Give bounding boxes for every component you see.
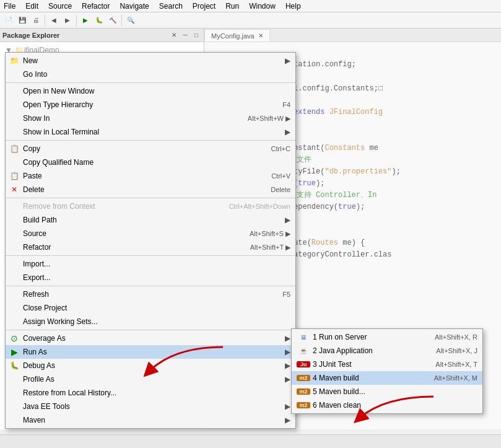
submenu-maven-build2[interactable]: m2 5 Maven build... (292, 385, 482, 398)
menu-run[interactable]: Run (224, 2, 240, 11)
ctx-show-terminal[interactable]: Show in Local Terminal ▶ (6, 125, 295, 139)
ctx-maven-arrow: ▶ (285, 416, 290, 424)
ctx-javaee-tools[interactable]: Java EE Tools ▶ (6, 400, 295, 413)
runas-submenu: 🖥 1 Run on Server Alt+Shift+X, R ☕ 2 Jav… (291, 328, 483, 414)
submenu-junit-shortcut: Alt+Shift+X, T (435, 361, 477, 368)
maven-clean-icon: m2 (297, 402, 310, 408)
ctx-paste-icon: 📋 (8, 172, 20, 180)
submenu-run-server-shortcut: Alt+Shift+X, R (435, 333, 477, 341)
panel-title: Package Explorer (2, 32, 168, 39)
ctx-hierarchy-shortcut: F4 (282, 101, 290, 108)
submenu-java-app-shortcut: Alt+Shift+X, J (436, 347, 477, 354)
coverage-icon: ⊙ (8, 333, 20, 343)
toolbar-forward[interactable]: ▶ (61, 14, 74, 27)
ctx-buildpath-arrow: ▶ (285, 216, 290, 224)
ctx-javaee-arrow: ▶ (285, 402, 290, 411)
ctx-sep-6 (6, 330, 295, 330)
toolbar-new[interactable]: 📄 (2, 14, 15, 27)
toolbar-save[interactable]: 💾 (16, 14, 28, 27)
panel-close-btn[interactable]: ✕ (169, 30, 179, 40)
toolbar-back[interactable]: ◀ (48, 14, 60, 27)
ctx-paste[interactable]: 📋 Paste Ctrl+V (6, 169, 295, 183)
ctx-new[interactable]: 📁 New ▶ (6, 54, 295, 68)
ctx-sep-4 (6, 255, 295, 256)
ctx-open-window[interactable]: Open in New Window (6, 84, 295, 98)
ctx-close-project[interactable]: Close Project (6, 301, 295, 315)
ctx-build-path[interactable]: Build Path ▶ (6, 213, 295, 227)
editor-tab-bar: MyConfig.java ✕ (204, 29, 501, 42)
ctx-maven[interactable]: Maven ▶ (6, 413, 295, 427)
ctx-open-hierarchy[interactable]: Open Type Hierarchy F4 (6, 98, 295, 112)
ctx-delete-shortcut: Delete (271, 186, 290, 193)
ctx-import[interactable]: Import... (6, 257, 295, 271)
ctx-delete-icon: ✕ (8, 185, 20, 194)
ctx-new-icon: 📁 (8, 56, 20, 65)
panel-header: Package Explorer ✕ ─ □ (0, 29, 204, 42)
toolbar: 📄 💾 🖨 ◀ ▶ ▶ 🐛 🔨 🔍 (0, 12, 501, 29)
ctx-showin-shortcut: Alt+Shift+W ▶ (248, 115, 290, 123)
submenu-maven-build-label: 4 Maven build (313, 374, 359, 382)
ctx-show-in[interactable]: Show In Alt+Shift+W ▶ (6, 112, 295, 125)
submenu-run-server[interactable]: 🖥 1 Run on Server Alt+Shift+X, R (292, 330, 482, 344)
toolbar-debug[interactable]: 🐛 (93, 14, 105, 27)
toolbar-search[interactable]: 🔍 (124, 14, 137, 27)
submenu-java-app-label: 2 Java Application (313, 346, 373, 355)
editor-tab-myconfig[interactable]: MyConfig.java ✕ (204, 29, 270, 42)
menu-refactor[interactable]: Refactor (81, 2, 111, 11)
maven-build2-icon: m2 (297, 389, 310, 395)
toolbar-sep-1 (45, 15, 45, 26)
panel-max-btn[interactable]: □ (191, 30, 201, 40)
ctx-run-as[interactable]: ▶ Run As ▶ (6, 345, 295, 359)
submenu-maven-build-shortcut: Alt+Shift+X, M (434, 374, 477, 382)
ctx-copy-qualified[interactable]: Copy Qualified Name (6, 156, 295, 169)
menu-project[interactable]: Project (191, 2, 217, 11)
submenu-junit-label: 3 JUnit Test (313, 360, 351, 369)
submenu-maven-build[interactable]: m2 4 Maven build Alt+Shift+X, M (292, 371, 482, 385)
ctx-sep-1 (6, 82, 295, 83)
submenu-junit[interactable]: Ju 3 JUnit Test Alt+Shift+X, T (292, 358, 482, 371)
ctx-source[interactable]: Source Alt+Shift+S ▶ (6, 227, 295, 240)
ctx-refresh-shortcut: F5 (282, 291, 290, 298)
ctx-delete[interactable]: ✕ Delete Delete (6, 183, 295, 196)
junit-icon: Ju (297, 361, 310, 367)
ctx-refresh[interactable]: Refresh F5 (6, 288, 295, 301)
toolbar-build[interactable]: 🔨 (107, 14, 119, 27)
ctx-copy[interactable]: 📋 Copy Ctrl+C (6, 142, 295, 156)
editor-tab-close[interactable]: ✕ (258, 32, 263, 39)
panel-min-btn[interactable]: ─ (180, 30, 190, 40)
ctx-sep-3 (6, 198, 295, 198)
editor-tab-label: MyConfig.java (211, 32, 255, 40)
ctx-profile-as[interactable]: Profile As ▶ (6, 372, 295, 386)
submenu-java-app[interactable]: ☕ 2 Java Application Alt+Shift+X, J (292, 344, 482, 358)
menu-search[interactable]: Search (158, 2, 184, 11)
submenu-maven-clean[interactable]: m2 6 Maven clean (292, 398, 482, 412)
ctx-copy-icon: 📋 (8, 144, 20, 153)
ctx-working-sets[interactable]: Assign Working Sets... (6, 315, 295, 328)
context-menu: 📁 New ▶ Go Into Open in New Window Open … (5, 52, 296, 429)
java-app-icon: ☕ (297, 348, 310, 354)
ctx-goto[interactable]: Go Into (6, 68, 295, 81)
ctx-refactor[interactable]: Refactor Alt+Shift+T ▶ (6, 240, 295, 254)
ctx-debug-as[interactable]: 🐛 Debug As ▶ (6, 359, 295, 372)
toolbar-sep-3 (121, 15, 122, 26)
ctx-coverage-as[interactable]: ⊙ Coverage As ▶ (6, 332, 295, 345)
ctx-remove-context[interactable]: Remove from Context Ctrl+Alt+Shift+Down (6, 200, 295, 213)
ctx-export[interactable]: Export... (6, 271, 295, 284)
ctx-copy-shortcut: Ctrl+C (271, 145, 290, 152)
toolbar-run[interactable]: ▶ (79, 14, 92, 27)
menu-edit[interactable]: Edit (24, 2, 40, 11)
ctx-restore-history[interactable]: Restore from Local History... (6, 386, 295, 400)
ctx-paste-shortcut: Ctrl+V (271, 172, 290, 180)
menu-file[interactable]: File (2, 2, 17, 11)
menu-help[interactable]: Help (284, 2, 302, 11)
ctx-terminal-arrow: ▶ (285, 128, 290, 136)
ctx-new-arrow: ▶ (285, 56, 290, 65)
ctx-coverage-arrow: ▶ (285, 334, 290, 343)
menu-window[interactable]: Window (248, 2, 277, 11)
menu-source[interactable]: Source (47, 2, 73, 11)
ctx-runas-arrow: ▶ (285, 348, 290, 356)
submenu-run-server-label: 1 Run on Server (313, 333, 367, 341)
menu-navigate[interactable]: Navigate (118, 2, 150, 11)
toolbar-print[interactable]: 🖨 (30, 14, 42, 27)
ctx-sep-5 (6, 286, 295, 286)
